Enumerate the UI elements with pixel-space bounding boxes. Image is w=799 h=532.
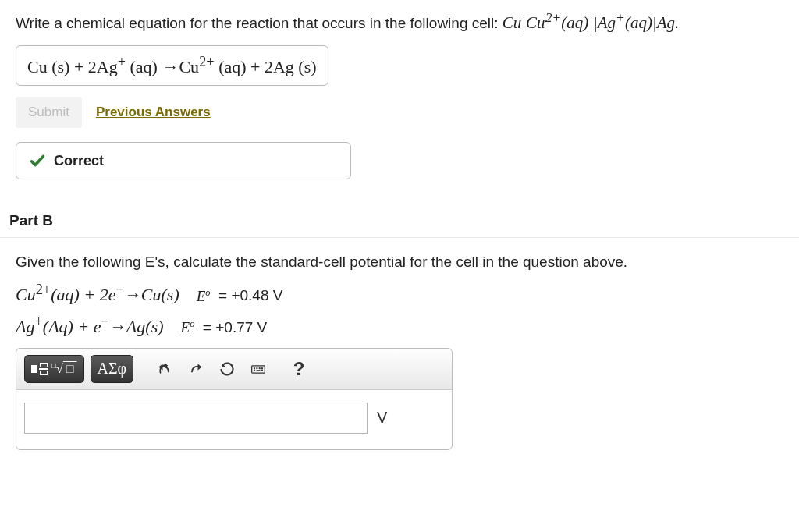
svg-rect-0 bbox=[252, 366, 265, 373]
svg-point-1 bbox=[254, 368, 255, 369]
part-b-prompt: Given the following E's, calculate the s… bbox=[16, 254, 783, 271]
svg-point-4 bbox=[262, 368, 263, 369]
keyboard-button[interactable] bbox=[246, 356, 271, 381]
equation-2: Ag+(Aq) + e−→Ag(s) Eo = +0.77 V bbox=[16, 314, 783, 337]
greek-symbols-button[interactable]: ΑΣφ bbox=[91, 355, 134, 383]
part-a-prompt: Write a chemical equation for the reacti… bbox=[16, 9, 783, 33]
reset-button[interactable] bbox=[215, 356, 240, 381]
radical-icon: □√ □ bbox=[51, 361, 77, 376]
fraction-icon bbox=[31, 363, 48, 375]
templates-button[interactable]: □√ □ bbox=[24, 355, 84, 383]
part-b-header: Part B bbox=[0, 207, 799, 238]
cell-notation: Cu|Cu2+(aq)||Ag+(aq)|Ag. bbox=[502, 13, 679, 32]
svg-point-2 bbox=[257, 368, 257, 369]
correct-label: Correct bbox=[54, 153, 104, 169]
svg-point-3 bbox=[259, 368, 260, 369]
svg-point-6 bbox=[262, 370, 263, 371]
unit-label: V bbox=[377, 409, 387, 427]
undo-button[interactable] bbox=[152, 356, 177, 381]
svg-point-5 bbox=[254, 370, 255, 371]
check-icon bbox=[29, 152, 46, 169]
redo-button[interactable] bbox=[183, 356, 208, 381]
submitted-answer-box: Cu (s) + 2Ag+ (aq) →Cu2+ (aq) + 2Ag (s) bbox=[16, 45, 328, 86]
submit-button[interactable]: Submit bbox=[16, 97, 82, 128]
help-button[interactable]: ? bbox=[286, 356, 311, 381]
answer-input-panel: □√ □ ΑΣφ ? V bbox=[16, 348, 453, 450]
equation-1: Cu2+(aq) + 2e−→Cu(s) Eo = +0.48 V bbox=[16, 282, 783, 305]
previous-answers-link[interactable]: Previous Answers bbox=[96, 105, 211, 120]
feedback-correct-box: Correct bbox=[16, 142, 351, 179]
answer-input[interactable] bbox=[24, 403, 368, 434]
prompt-prefix: Write a chemical equation for the reacti… bbox=[16, 15, 502, 31]
math-toolbar: □√ □ ΑΣφ ? bbox=[16, 349, 452, 390]
